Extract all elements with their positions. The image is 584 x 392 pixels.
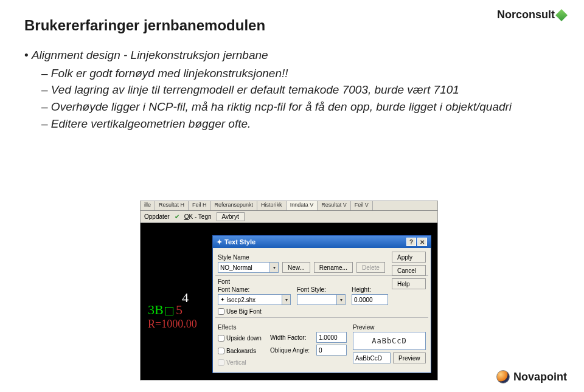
preview-section-label: Preview: [353, 324, 426, 331]
ok-tegn-label[interactable]: OOK - TegnK - Tegn: [184, 213, 212, 220]
font-style-label: Font Style:: [297, 286, 346, 293]
norconsult-text: Norconsult: [497, 9, 555, 21]
tab-item[interactable]: Feil H: [189, 201, 211, 210]
text-style-dialog: ✦ Text Style ? ✕ Apply Cancel Help Style…: [212, 235, 431, 373]
chevron-down-icon[interactable]: ▾: [336, 295, 345, 304]
tab-bar: ille Resultat H Feil H Referansepunkt Hi…: [141, 201, 437, 211]
novapoint-logo: Novapoint: [496, 370, 567, 383]
tab-item[interactable]: Referansepunkt: [211, 201, 258, 210]
canvas-label-3b: 3B: [148, 302, 173, 318]
help-icon[interactable]: ?: [406, 238, 416, 246]
toolbar-row: Oppdater ✔ OOK - TegnK - Tegn Avbryt: [141, 211, 437, 223]
height-input[interactable]: 0.0000: [352, 294, 388, 305]
height-label: Height:: [352, 286, 388, 293]
help-button[interactable]: Help: [392, 278, 426, 289]
font-name-select[interactable]: ✦ isocp2.shx▾: [218, 294, 291, 305]
cancel-button[interactable]: Cancel: [392, 265, 426, 276]
rename-button[interactable]: Rename...: [314, 262, 353, 273]
tab-item[interactable]: Feil V: [351, 201, 373, 210]
avbryt-button[interactable]: Avbryt: [217, 212, 245, 221]
width-factor-input[interactable]: 1.0000: [316, 332, 347, 343]
oppdater-label[interactable]: Oppdater: [144, 213, 170, 220]
canvas-label-5: 5: [176, 302, 182, 318]
bullet-level2: Folk er godt fornøyd med linjekonstruksj…: [41, 66, 560, 81]
novapoint-text: Novapoint: [513, 371, 567, 383]
tab-item[interactable]: Resultat V: [318, 201, 351, 210]
tab-item[interactable]: ille: [141, 201, 155, 210]
globe-icon: [496, 370, 510, 383]
oblique-angle-label: Oblique Angle:: [270, 347, 313, 354]
style-name-select[interactable]: NO_Normal▾: [218, 262, 279, 273]
width-factor-label: Width Factor:: [270, 334, 313, 341]
effects-section-label: Effects: [218, 324, 347, 331]
tab-item[interactable]: Inndata V: [287, 201, 318, 210]
bullet-level2: Editere vertikalgeometrien bøgger ofte.: [41, 116, 560, 132]
check-icon: ✔: [175, 213, 179, 220]
dialog-titlebar[interactable]: ✦ Text Style ? ✕: [213, 236, 431, 248]
bullet-level2: Overhøyde ligger i NCP-fil, må ha riktig…: [41, 99, 560, 115]
bullet-level1: Alignment design - Linjekonstruksjon jer…: [24, 47, 560, 63]
cad-canvas[interactable]: 4 3B 5 R=1000.00 ✦ Text Style ? ✕ Apply …: [141, 223, 437, 380]
dialog-title: Text Style: [224, 238, 255, 246]
close-icon[interactable]: ✕: [417, 238, 427, 246]
bullet-list: Alignment design - Linjekonstruksjon jer…: [24, 47, 560, 131]
delete-button[interactable]: Delete: [356, 262, 385, 273]
canvas-label-4: 4: [182, 290, 189, 306]
bullet-level2: Ved lagring av linje til terrengmodell e…: [41, 82, 560, 98]
canvas-label-r: R=1000.00: [148, 318, 197, 331]
use-big-font-checkbox[interactable]: Use Big Font: [218, 308, 291, 315]
preview-button[interactable]: Preview: [393, 352, 426, 363]
page-title: Brukererfaringer jernbanemodulen: [24, 17, 560, 34]
tab-item[interactable]: Historikk: [257, 201, 287, 210]
vertical-checkbox: Vertical: [218, 359, 266, 366]
chevron-down-icon[interactable]: ▾: [282, 295, 290, 304]
norconsult-logo: Norconsult: [497, 9, 566, 21]
font-style-select[interactable]: ▾: [297, 294, 346, 305]
preview-input[interactable]: AaBbCcD: [353, 352, 391, 363]
oblique-angle-input[interactable]: 0: [316, 345, 347, 356]
chevron-down-icon[interactable]: ▾: [269, 263, 278, 272]
new-button[interactable]: New...: [282, 262, 310, 273]
upside-down-checkbox[interactable]: Upside down: [218, 335, 266, 342]
font-name-label: Font Name:: [218, 286, 291, 293]
diamond-icon: [555, 9, 568, 21]
backwards-checkbox[interactable]: Backwards: [218, 348, 266, 354]
tab-item[interactable]: Resultat H: [155, 201, 189, 210]
apply-button[interactable]: Apply: [392, 252, 426, 263]
app-icon: ✦: [217, 238, 222, 246]
embedded-screenshot: ille Resultat H Feil H Referansepunkt Hi…: [140, 201, 438, 380]
preview-box: AaBbCcD: [353, 332, 426, 350]
